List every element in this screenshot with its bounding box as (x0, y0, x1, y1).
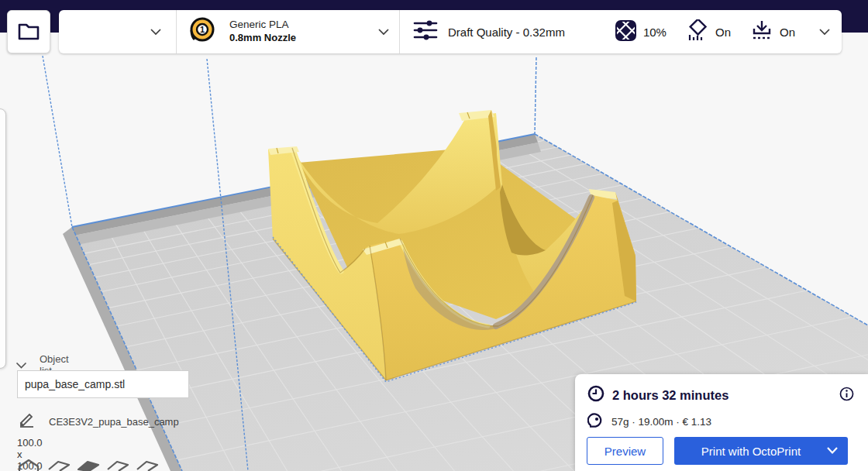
job-name-row[interactable]: CE3E3V2_pupa_base_camp (19, 412, 179, 431)
open-file-button[interactable] (7, 10, 50, 53)
chevron-down-icon (826, 446, 839, 455)
view-top-icon (78, 462, 98, 471)
object-file-name: pupa_base_camp.stl (25, 378, 125, 390)
cura-window: 1 Generic PLA 0.8mm Nozzle (0, 0, 868, 471)
view-3d-icon (19, 460, 38, 471)
view-orientation-icons[interactable] (9, 459, 164, 471)
print-with-octoprint-button[interactable]: Print with OctoPrint (674, 437, 848, 465)
info-icon[interactable] (839, 387, 854, 404)
print-profile: Draft Quality - 0.32mm (448, 26, 565, 39)
material-estimate: 57g · 19.00m · € 1.13 (611, 416, 711, 428)
object-list-item[interactable]: pupa_base_camp.stl (17, 370, 189, 398)
build-volume-edge-back-left (43, 56, 72, 227)
print-settings-selector[interactable]: Draft Quality - 0.32mm 10% (400, 10, 842, 53)
view-front-icon (49, 462, 69, 471)
sliders-icon (413, 19, 438, 44)
support-icon (687, 19, 708, 44)
pencil-icon (19, 412, 35, 431)
folder-icon (17, 21, 40, 43)
adhesion-value: On (780, 26, 795, 39)
view-left-icon (108, 462, 128, 471)
extruder-spool-icon: 1 (188, 16, 216, 47)
infill-icon (615, 20, 636, 44)
adhesion-icon (751, 19, 773, 44)
preview-button[interactable]: Preview (587, 437, 663, 465)
svg-text:1: 1 (200, 25, 205, 34)
build-volume-edge-back-right (535, 57, 536, 134)
print-info-panel: 2 hours 32 minutes 57g · 19.00m · € 1.13… (575, 374, 868, 471)
nozzle-size: 0.8mm Nozzle (229, 32, 296, 44)
print-job-name: CE3E3V2_pupa_base_camp (49, 416, 179, 428)
chevron-down-icon (150, 25, 162, 39)
chevron-down-icon (818, 25, 831, 39)
material-selector[interactable]: 1 Generic PLA 0.8mm Nozzle (177, 10, 399, 53)
tool-panel-edge[interactable] (0, 108, 6, 369)
print-time: 2 hours 32 minutes (612, 388, 728, 403)
clock-icon (587, 385, 604, 405)
material-name: Generic PLA (229, 19, 296, 32)
print-button-label: Print with OctoPrint (701, 445, 801, 458)
material-spool-icon (587, 412, 604, 431)
infill-value: 10% (643, 26, 666, 39)
printer-selector[interactable] (59, 10, 176, 53)
view-right-icon (137, 462, 157, 471)
support-value: On (715, 26, 731, 39)
chevron-down-icon (377, 25, 390, 39)
configuration-toolbar: 1 Generic PLA 0.8mm Nozzle (59, 10, 842, 53)
